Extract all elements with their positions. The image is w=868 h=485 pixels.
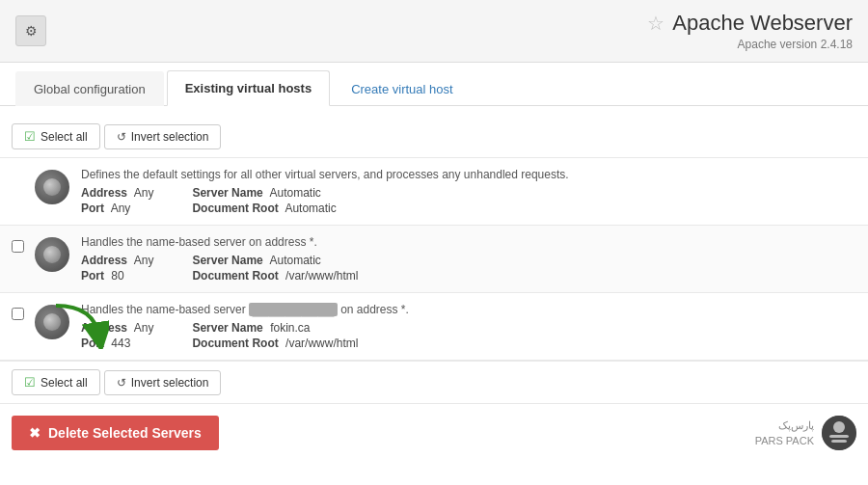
details-left-2: Address Any Port 80 — [81, 254, 153, 283]
tabs-bar: Global configuration Existing virtual ho… — [0, 63, 868, 106]
servername-line-2: Server Name Automatic — [192, 254, 358, 267]
docroot-label-1: Document Root — [192, 202, 278, 215]
address-value-3: Any — [134, 321, 154, 335]
port-label-2: Port — [81, 269, 104, 283]
server-info-2: Handles the name-based server on address… — [81, 235, 856, 283]
page-wrapper: ⚙ ☆ Apache Webserver Apache version 2.4.… — [0, 0, 868, 485]
servername-value-1: Automatic — [269, 186, 320, 200]
select-all-top-label: Select all — [41, 130, 88, 144]
delete-icon: ✖ — [29, 425, 41, 441]
details-right-3: Server Name fokin.ca Document Root /var/… — [192, 321, 358, 350]
bottom-toolbar: ☑ Select all ↺ Invert selection — [0, 361, 868, 404]
address-value-2: Any — [134, 254, 154, 267]
server-icon-2 — [35, 237, 69, 272]
svg-rect-3 — [829, 435, 849, 438]
row-checkbox-2[interactable] — [12, 240, 31, 256]
brand-icon — [822, 416, 856, 450]
checkbox-bottom-icon: ☑ — [24, 375, 36, 390]
docroot-line-2: Document Root /var/www/html — [192, 269, 358, 283]
port-line-1: Port Any — [81, 202, 153, 215]
blurred-hostname: ██████████ — [249, 303, 338, 316]
invert-selection-top-button[interactable]: ↺ Invert selection — [104, 124, 222, 149]
address-value-1: Any — [134, 186, 154, 200]
port-value-3: 443 — [111, 337, 130, 350]
port-line-2: Port 80 — [81, 269, 153, 283]
delete-section: ✖ Delete Selected Servers پارس‌پک PARS P… — [0, 404, 868, 466]
app-title: ☆ Apache Webserver — [647, 11, 853, 36]
servername-line-1: Server Name Automatic — [192, 186, 336, 200]
checkbox-3[interactable] — [12, 308, 24, 320]
details-right-2: Server Name Automatic Document Root /var… — [192, 254, 358, 283]
docroot-value-1: Automatic — [285, 202, 336, 215]
servername-value-3: fokin.ca — [270, 321, 310, 335]
port-value-1: Any — [111, 202, 131, 215]
server-details-3: Address Any Port 443 Server Name f — [81, 321, 856, 350]
brand-logo: پارس‌پک PARS PACK — [755, 416, 856, 450]
tab-create[interactable]: Create virtual host — [333, 71, 472, 106]
server-info-3: Handles the name-based server ██████████… — [81, 303, 856, 350]
server-info-1: Defines the default settings for all oth… — [81, 168, 856, 215]
top-toolbar: ☑ Select all ↺ Invert selection — [0, 116, 868, 158]
address-line-2: Address Any — [81, 254, 153, 267]
checkbox-icon: ☑ — [24, 129, 36, 144]
details-right-1: Server Name Automatic Document Root Auto… — [192, 186, 336, 215]
row-checkbox-3[interactable] — [12, 308, 31, 323]
gear-button[interactable]: ⚙ — [15, 15, 46, 46]
select-all-bottom-label: Select all — [41, 376, 88, 390]
address-line-1: Address Any — [81, 186, 153, 200]
header-right: ☆ Apache Webserver Apache version 2.4.18 — [647, 11, 853, 51]
table-row: Handles the name-based server on address… — [0, 226, 868, 293]
green-arrow-icon — [46, 301, 109, 349]
table-row: Defines the default settings for all oth… — [0, 158, 868, 226]
details-left-1: Address Any Port Any — [81, 186, 153, 215]
docroot-value-2: /var/www/html — [285, 269, 358, 283]
server-description-1: Defines the default settings for all oth… — [81, 168, 856, 181]
docroot-label-2: Document Root — [192, 269, 278, 283]
address-label-1: Address — [81, 186, 127, 200]
table-row: Handles the name-based server ██████████… — [0, 293, 868, 361]
brand-text: پارس‌پک PARS PACK — [755, 418, 814, 449]
refresh-icon: ↺ — [117, 130, 126, 144]
server-description-2: Handles the name-based server on address… — [81, 235, 856, 249]
header-left: ⚙ — [15, 15, 46, 46]
address-label-2: Address — [81, 254, 127, 267]
delete-label: Delete Selected Servers — [48, 425, 202, 441]
gear-icon: ⚙ — [25, 23, 38, 39]
docroot-label-3: Document Root — [192, 337, 278, 350]
app-subtitle: Apache version 2.4.18 — [647, 38, 853, 51]
star-icon[interactable]: ☆ — [647, 12, 665, 35]
server-list: Defines the default settings for all oth… — [0, 158, 868, 361]
docroot-line-3: Document Root /var/www/html — [192, 337, 358, 350]
server-description-3: Handles the name-based server ██████████… — [81, 303, 856, 316]
servername-label-3: Server Name — [192, 321, 262, 335]
select-all-top-button[interactable]: ☑ Select all — [12, 123, 100, 149]
invert-selection-top-label: Invert selection — [131, 130, 209, 144]
docroot-line-1: Document Root Automatic — [192, 202, 336, 215]
header: ⚙ ☆ Apache Webserver Apache version 2.4.… — [0, 0, 868, 63]
app-title-text: Apache Webserver — [672, 11, 853, 36]
refresh-bottom-icon: ↺ — [117, 376, 126, 390]
brand-icon-svg — [822, 416, 856, 450]
port-label-1: Port — [81, 202, 104, 215]
servername-line-3: Server Name fokin.ca — [192, 321, 358, 335]
invert-selection-bottom-button[interactable]: ↺ Invert selection — [104, 370, 222, 395]
invert-selection-bottom-label: Invert selection — [131, 376, 209, 390]
delete-selected-button[interactable]: ✖ Delete Selected Servers — [12, 416, 219, 450]
port-value-2: 80 — [111, 269, 123, 283]
checkbox-2[interactable] — [12, 240, 24, 253]
select-all-bottom-button[interactable]: ☑ Select all — [12, 369, 100, 395]
server-details-2: Address Any Port 80 Server Name Au — [81, 254, 856, 283]
server-icon-1 — [35, 170, 69, 204]
servername-label-1: Server Name — [192, 186, 262, 200]
servername-label-2: Server Name — [192, 254, 262, 267]
servername-value-2: Automatic — [269, 254, 320, 267]
docroot-value-3: /var/www/html — [285, 337, 358, 350]
svg-point-2 — [833, 421, 845, 433]
main-content: ☑ Select all ↺ Invert selection Defines … — [0, 106, 868, 466]
tab-virtual-hosts[interactable]: Existing virtual hosts — [167, 70, 330, 106]
tab-global[interactable]: Global configuration — [15, 71, 164, 106]
server-details-1: Address Any Port Any Server Name A — [81, 186, 856, 215]
svg-rect-4 — [831, 440, 847, 443]
